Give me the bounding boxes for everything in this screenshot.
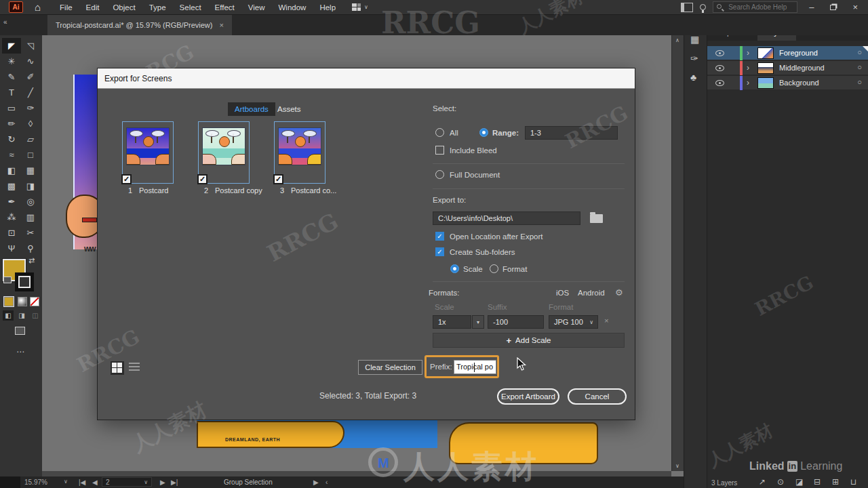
menu-select[interactable]: Select <box>173 0 208 15</box>
document-tab-close-icon[interactable]: × <box>219 21 223 29</box>
gradient-button[interactable] <box>18 297 27 306</box>
swap-fill-stroke-icon[interactable]: ⇄ <box>28 256 35 265</box>
collapsed-panel-brushes-icon[interactable]: ✑ <box>690 53 698 64</box>
edit-toolbar-ellipsis-icon[interactable]: ⋯ <box>16 347 24 357</box>
radio-all[interactable] <box>435 128 444 137</box>
browse-folder-icon[interactable] <box>590 214 603 223</box>
none-button[interactable] <box>30 297 39 306</box>
tool-scale-icon[interactable]: ▱ <box>21 131 40 147</box>
tool-hand-icon[interactable]: Ψ <box>2 241 21 256</box>
zoom-level[interactable]: 15.97% <box>24 479 47 486</box>
status-play-icon[interactable]: ▶ <box>313 479 319 486</box>
tool-perspective-grid-icon[interactable]: ▦ <box>21 163 40 178</box>
layer-row-background[interactable]: › Background ○ <box>707 76 868 90</box>
list-view-icon[interactable] <box>129 363 140 373</box>
prefix-input[interactable]: Tropical po <box>454 360 496 374</box>
layer-row-middleground[interactable]: › Middleground ○ <box>707 61 868 75</box>
tool-shaper-icon[interactable]: ✏ <box>2 116 21 131</box>
menu-window[interactable]: Window <box>272 0 313 15</box>
trash-icon[interactable]: ⊔ <box>850 477 856 487</box>
last-artboard-icon[interactable]: ▶| <box>171 479 178 486</box>
menu-effect[interactable]: Effect <box>208 0 241 15</box>
tool-paintbrush-icon[interactable]: ✑ <box>21 100 40 116</box>
new-sublayer-icon[interactable]: ⊟ <box>814 477 821 487</box>
arrange-documents-icon[interactable] <box>681 3 693 12</box>
include-bleed-checkbox[interactable] <box>435 146 444 155</box>
zoom-chevron-icon[interactable]: ∨ <box>64 479 68 485</box>
export-path-input[interactable]: C:\Users\info\Desktop\ <box>433 211 580 225</box>
radio-subfolder-format[interactable] <box>490 264 498 273</box>
vertical-scrollbar[interactable]: ∧ ∨ <box>671 35 684 471</box>
new-layer-icon[interactable]: ⊞ <box>832 477 839 487</box>
tool-curvature-icon[interactable]: ✐ <box>21 69 40 85</box>
cancel-button[interactable]: Cancel <box>568 388 627 405</box>
suffix-field[interactable]: -100 <box>488 315 544 329</box>
add-scale-button[interactable]: + Add Scale <box>433 333 625 348</box>
tool-magic-wand-icon[interactable]: ✳ <box>2 54 21 69</box>
create-subfolders-checkbox[interactable]: ✓ <box>435 247 444 256</box>
workspace-chevron-icon[interactable]: ∨ <box>364 4 368 10</box>
target-circle-icon[interactable]: ○ <box>857 63 862 71</box>
artboard-thumb-3[interactable]: ✓ <box>274 121 326 184</box>
expand-chevron-icon[interactable]: › <box>747 78 749 87</box>
collapsed-panel-symbols-icon[interactable]: ♣ <box>690 72 696 83</box>
target-circle-icon[interactable]: ○ <box>857 78 862 86</box>
radio-subfolder-scale[interactable] <box>450 264 459 273</box>
visibility-eye-icon[interactable] <box>715 80 724 86</box>
tab-assets[interactable]: Assets <box>271 102 308 116</box>
draw-behind-icon[interactable]: ◨ <box>16 310 27 321</box>
tool-column-graph-icon[interactable]: ▥ <box>21 209 40 225</box>
dialog-title-bar[interactable]: Export for Screens <box>98 68 635 89</box>
document-tab[interactable]: Tropical-postcard.ai* @ 15.97% (RGB/Prev… <box>47 15 232 35</box>
remove-format-icon[interactable]: × <box>604 317 609 325</box>
clipping-mask-icon[interactable]: ◪ <box>795 477 803 487</box>
tool-symbol-sprayer-icon[interactable]: ⁂ <box>2 209 21 225</box>
scale-dropdown-icon[interactable]: ▾ <box>472 315 484 329</box>
tool-slice-icon[interactable]: ✂ <box>21 225 40 241</box>
scroll-up-icon[interactable]: ∧ <box>675 37 679 43</box>
tool-blend-icon[interactable]: ◎ <box>21 194 40 209</box>
format-select[interactable]: JPG 100 ∨ <box>549 315 598 329</box>
tool-lasso-icon[interactable]: ∿ <box>21 54 40 69</box>
ios-preset-button[interactable]: iOS <box>556 289 569 297</box>
window-minimize-button[interactable]: – <box>804 2 818 12</box>
home-icon[interactable]: ⌂ <box>35 1 41 13</box>
tool-artboard-icon[interactable]: ⊡ <box>2 225 21 241</box>
scroll-down-icon[interactable]: ∨ <box>675 463 679 469</box>
tool-eyedropper-icon[interactable]: ✒ <box>2 194 21 209</box>
tool-free-transform-icon[interactable]: □ <box>21 147 40 163</box>
tool-mesh-icon[interactable]: ▩ <box>2 178 21 194</box>
scale-value-field[interactable]: 1x <box>433 315 471 329</box>
tool-line-segment-icon[interactable]: ╱ <box>21 85 40 100</box>
menu-edit[interactable]: Edit <box>79 0 106 15</box>
collect-export-icon[interactable]: ↗ <box>759 477 766 487</box>
range-input[interactable]: 1-3 <box>525 126 618 140</box>
menu-object[interactable]: Object <box>106 0 142 15</box>
tool-rotate-icon[interactable]: ↻ <box>2 131 21 147</box>
clear-selection-button[interactable]: Clear Selection <box>358 360 422 375</box>
menu-view[interactable]: View <box>241 0 272 15</box>
export-artboard-button[interactable]: Export Artboard <box>497 388 559 405</box>
expand-chevron-icon[interactable]: › <box>747 63 749 73</box>
color-button[interactable] <box>4 297 14 306</box>
first-artboard-icon[interactable]: |◀ <box>79 479 85 486</box>
tool-selection-icon[interactable]: ◤ <box>2 38 21 54</box>
artboard-thumb-1[interactable]: ✓ <box>122 121 174 184</box>
discover-lightbulb-icon[interactable] <box>700 4 706 10</box>
workspace-switcher-icon[interactable] <box>352 3 361 11</box>
menu-file[interactable]: File <box>53 0 79 15</box>
default-fill-stroke-icon[interactable] <box>3 277 12 283</box>
status-back-icon[interactable]: ‹ <box>326 479 328 486</box>
collapse-toolbar-icon[interactable]: « <box>3 18 7 26</box>
help-search-input[interactable] <box>713 1 797 13</box>
menu-help[interactable]: Help <box>313 0 342 15</box>
open-location-checkbox[interactable]: ✓ <box>435 232 444 241</box>
stroke-color-swatch[interactable] <box>15 272 34 291</box>
artboard-navigation-field[interactable]: 2 ∨ <box>102 477 152 487</box>
collapsed-panel-artboards-icon[interactable]: ▦ <box>690 34 699 45</box>
tool-rectangle-icon[interactable]: ▭ <box>2 100 21 116</box>
expand-chevron-icon[interactable]: › <box>747 48 749 58</box>
artboard-dropdown-icon[interactable]: ∨ <box>144 479 148 485</box>
radio-range[interactable] <box>479 128 488 137</box>
formats-gear-icon[interactable]: ⚙ <box>615 287 623 298</box>
